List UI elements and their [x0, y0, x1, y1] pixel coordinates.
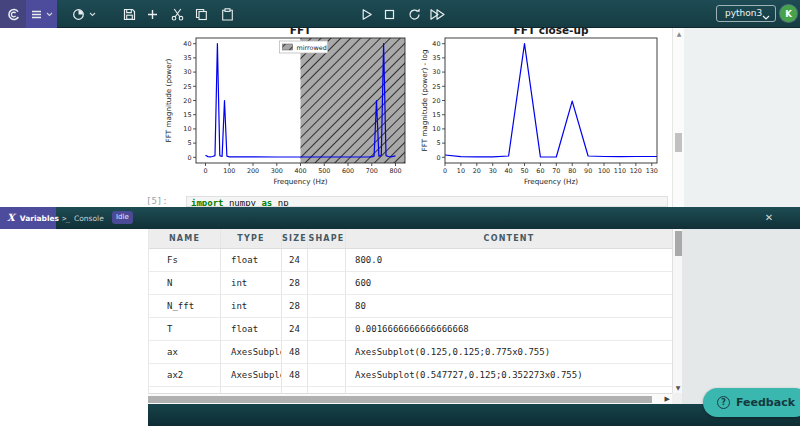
svg-text:0: 0 [443, 167, 447, 175]
scroll-right-arrow[interactable]: ▶ [665, 395, 670, 403]
table-row[interactable]: T float 24 0.0016666666666666668 [149, 318, 672, 341]
table-row[interactable]: Fs float 24 800.0 [149, 249, 672, 272]
svg-text:25: 25 [432, 83, 440, 91]
svg-text:FFT magnitude (power) - log: FFT magnitude (power) - log [420, 50, 429, 152]
paste-cells-button[interactable] [215, 2, 239, 26]
cell-type: AxesSubplot [221, 364, 282, 386]
svg-text:20: 20 [432, 97, 440, 105]
save-button[interactable] [117, 2, 141, 26]
panel-left-gutter [0, 229, 148, 426]
header-shape[interactable]: SHAPE [308, 229, 346, 248]
run-cell-button[interactable] [354, 2, 378, 26]
svg-text:10: 10 [183, 125, 191, 133]
code-cell-input[interactable]: import numpy as np [186, 196, 668, 207]
chevron-down-icon [89, 12, 96, 17]
svg-text:FFT: FFT [290, 28, 312, 36]
cell-name: N_fft [149, 295, 221, 317]
tab-variables[interactable]: X Variables [0, 207, 56, 229]
svg-text:30: 30 [432, 68, 440, 76]
svg-text:15: 15 [183, 111, 191, 119]
cell-shape [308, 249, 346, 271]
main-menu-button[interactable] [26, 0, 57, 28]
panel-right-gutter [682, 229, 800, 404]
paste-icon [220, 7, 235, 22]
table-row[interactable]: ax AxesSubplot 48 AxesSubplot(0.125,0.12… [149, 341, 672, 364]
run-all-cells-button[interactable] [423, 2, 451, 26]
cell-content: 0.0016666666666666668 [346, 318, 672, 340]
notebook-scrollbar[interactable]: ▲ [672, 28, 684, 207]
scrollbar-corner [672, 393, 682, 404]
app-logo-icon [6, 7, 21, 22]
insert-cell-button[interactable] [140, 2, 164, 26]
chevron-down-icon [46, 12, 53, 17]
stop-icon [382, 7, 397, 22]
scroll-down-arrow[interactable]: ▼ [673, 384, 683, 391]
svg-text:10: 10 [432, 125, 440, 133]
table-row[interactable]: N_fft int 28 80 [149, 295, 672, 318]
copy-cells-button[interactable] [189, 2, 213, 26]
cell-shape [308, 272, 346, 294]
cell-type: AxesSubplot [221, 341, 282, 363]
table-hscrollbar-thumb[interactable] [148, 396, 652, 403]
kernel-pie-icon [71, 7, 86, 22]
svg-text:5: 5 [436, 139, 440, 147]
cell-name: ax [149, 341, 221, 363]
svg-text:50: 50 [520, 167, 528, 175]
svg-text:35: 35 [432, 54, 440, 62]
svg-text:10: 10 [457, 167, 465, 175]
scroll-up-arrow[interactable]: ▲ [673, 30, 685, 37]
question-circle-icon: ? [717, 396, 730, 409]
kernel-menu-button[interactable] [66, 2, 100, 26]
table-header-row: NAME TYPE SIZE SHAPE CONTENT [149, 229, 672, 249]
header-type[interactable]: TYPE [221, 229, 282, 248]
scissors-icon [170, 7, 185, 22]
fast-forward-icon [428, 7, 446, 22]
table-row[interactable]: N int 28 600 [149, 272, 672, 295]
svg-text:200: 200 [247, 167, 259, 175]
feedback-button[interactable]: ? Feedback [703, 388, 800, 417]
header-content[interactable]: CONTENT [346, 229, 672, 248]
tab-console[interactable]: >_ Console [56, 207, 108, 229]
cell-type: float [221, 249, 282, 271]
table-row[interactable]: ax2 AxesSubplot 48 AxesSubplot(0.547727,… [149, 364, 672, 387]
svg-text:40: 40 [505, 167, 513, 175]
kernel-selector[interactable]: python3 [716, 5, 776, 22]
cut-cells-button[interactable] [165, 2, 189, 26]
tab-console-label: Console [74, 214, 104, 223]
header-name[interactable]: NAME [149, 229, 221, 248]
svg-text:90: 90 [584, 167, 592, 175]
svg-text:Frequency (Hz): Frequency (Hz) [524, 177, 578, 186]
svg-text:30: 30 [489, 167, 497, 175]
svg-text:FFT close-up: FFT close-up [514, 28, 589, 36]
table-body: Fs float 24 800.0 N int 28 600 N_fft int… [149, 249, 672, 393]
app-logo-button[interactable] [0, 0, 26, 28]
tab-variables-label: Variables [20, 214, 59, 223]
interrupt-kernel-button[interactable] [377, 2, 401, 26]
table-horizontal-scrollbar[interactable]: ▶ [148, 393, 672, 404]
cell-size: 24 [282, 249, 308, 271]
cell-type: int [221, 272, 282, 294]
cell-shape [308, 364, 346, 386]
kernel-selector-label: python3 [725, 8, 762, 18]
header-size[interactable]: SIZE [282, 229, 308, 248]
svg-text:120: 120 [630, 167, 642, 175]
top-toolbar: python3 K [0, 0, 800, 28]
svg-text:80: 80 [568, 167, 576, 175]
fft-figure: 0100200300400500600700800051015202530354… [148, 28, 412, 196]
hamburger-icon [30, 8, 43, 21]
svg-text:600: 600 [342, 167, 354, 175]
svg-text:Frequency (Hz): Frequency (Hz) [273, 177, 327, 186]
variables-x-icon: X [7, 213, 15, 223]
svg-text:5: 5 [187, 139, 191, 147]
notebook-scrollbar-thumb[interactable] [675, 133, 682, 152]
cell-size: 28 [282, 295, 308, 317]
variables-table: NAME TYPE SIZE SHAPE CONTENT Fs float 24… [148, 229, 672, 393]
cell-shape [308, 341, 346, 363]
user-avatar[interactable]: K [780, 5, 797, 22]
svg-text:20: 20 [183, 97, 191, 105]
svg-text:35: 35 [183, 54, 191, 62]
svg-text:20: 20 [473, 167, 481, 175]
close-panel-button[interactable]: ✕ [760, 210, 778, 226]
table-scrollbar-thumb[interactable] [675, 231, 682, 256]
table-vertical-scrollbar[interactable]: ▼ [672, 229, 682, 393]
